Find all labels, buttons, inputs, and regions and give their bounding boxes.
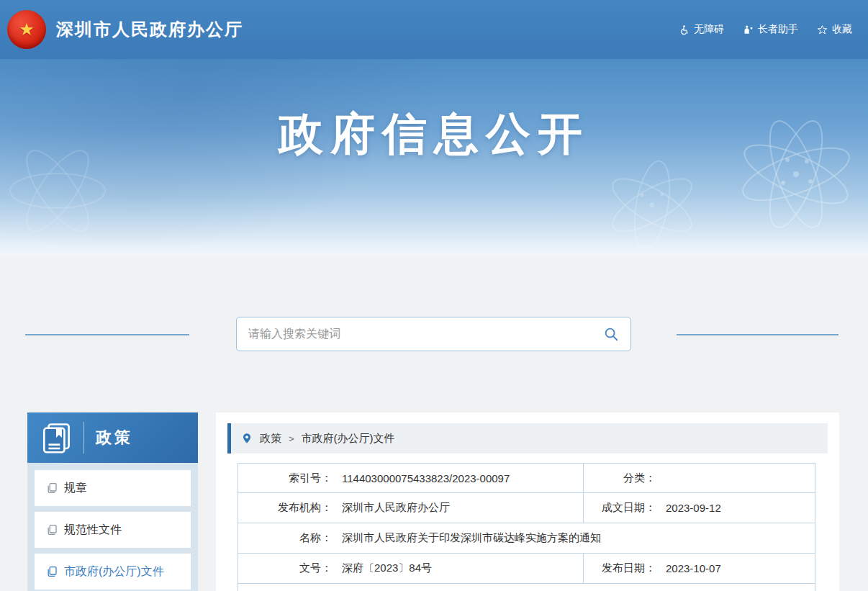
search-icon [603,326,619,342]
main-panel: 政策 > 市政府(办公厅)文件 索引号： 114403000075433823/… [216,412,839,591]
accessibility-label: 无障碍 [694,23,724,36]
sidebar-item-normative-documents[interactable]: 规范性文件 [35,512,191,548]
favorite-link[interactable]: 收藏 [817,23,852,36]
elder-assist-link[interactable]: 长者助手 [743,23,798,36]
meta-label: 分类： [584,472,656,485]
favorite-label: 收藏 [832,23,852,36]
table-row: 文号： 深府〔2023〕84号 发布日期： 2023-10-07 [238,554,815,584]
hero-banner: 政府信息公开 [0,59,868,256]
meta-cell-category: 分类： [584,464,815,492]
meta-value: 114403000075433823/2023-00097 [342,472,510,484]
table-row: 发布机构： 深圳市人民政府办公厅 成文日期： 2023-09-12 [238,493,815,523]
meta-cell-document-number: 文号： 深府〔2023〕84号 [238,554,584,583]
decorative-line-right [677,334,838,335]
meta-label: 发布日期： [584,561,656,575]
decorative-line-left [25,334,189,335]
top-header: ★ 深圳市人民政府办公厅 无障碍 [0,0,868,59]
page-root: ★ 深圳市人民政府办公厅 无障碍 [0,0,868,591]
breadcrumb: 政策 > 市政府(办公厅)文件 [227,423,828,454]
meta-value: 2023-10-07 [666,562,721,574]
elder-assist-icon [743,24,754,35]
sidebar-item-label: 规范性文件 [64,523,122,538]
document-meta-table: 索引号： 114403000075433823/2023-00097 分类： 发… [238,463,815,591]
book-icon [40,422,72,454]
site-title: 深圳市人民政府办公厅 [56,18,243,41]
sidebar-title: 政策 [96,427,133,448]
document-icon [46,482,58,494]
sidebar-items: 规章 规范性文件 市政府(办公厅)文件 [27,463,198,591]
document-icon [46,524,58,536]
meta-cell-partial [238,584,815,591]
breadcrumb-separator: > [289,433,294,444]
meta-cell-issuing-agency: 发布机构： 深圳市人民政府办公厅 [238,493,584,523]
meta-value: 2023-09-12 [666,502,721,514]
accessibility-icon [679,24,690,35]
sidebar-item-regulations[interactable]: 规章 [35,470,191,506]
sidebar-item-municipal-gov-documents[interactable]: 市政府(办公厅)文件 [35,554,191,590]
meta-cell-issue-date: 成文日期： 2023-09-12 [584,493,815,523]
table-row: 索引号： 114403000075433823/2023-00097 分类： [238,463,815,493]
meta-cell-index-number: 索引号： 114403000075433823/2023-00097 [238,464,584,492]
header-links: 无障碍 长者助手 收藏 [679,23,852,36]
page-title: 政府信息公开 [0,104,868,164]
search-box [236,317,631,351]
sidebar-header: 政策 [27,412,198,463]
meta-value: 深府〔2023〕84号 [342,561,432,575]
meta-label: 索引号： [238,472,332,485]
document-icon [46,566,58,577]
meta-label: 成文日期： [584,501,656,515]
sidebar: 政策 规章 规范性文件 [27,412,198,591]
meta-label: 文号： [238,561,332,575]
sidebar-item-label: 规章 [64,481,87,496]
table-row: 名称： 深圳市人民政府关于印发深圳市碳达峰实施方案的通知 [238,523,815,554]
meta-label: 名称： [238,531,332,545]
sidebar-item-label: 市政府(办公厅)文件 [64,564,164,579]
search-input[interactable] [248,328,603,340]
search-button[interactable] [603,326,619,342]
accessibility-link[interactable]: 无障碍 [679,23,724,36]
emblem-star-icon: ★ [19,21,35,38]
breadcrumb-item-current[interactable]: 市政府(办公厅)文件 [302,432,395,446]
meta-cell-publish-date: 发布日期： 2023-10-07 [584,554,815,583]
star-icon [817,24,828,35]
meta-value: 深圳市人民政府关于印发深圳市碳达峰实施方案的通知 [342,531,601,545]
sidebar-header-divider [83,422,84,454]
location-pin-icon [241,433,253,444]
meta-label: 发布机构： [238,501,332,515]
breadcrumb-item-policy[interactable]: 政策 [260,432,281,446]
table-row-partial [238,584,815,591]
brand[interactable]: ★ 深圳市人民政府办公厅 [7,10,243,49]
elder-assist-label: 长者助手 [758,23,798,36]
national-emblem-logo: ★ [7,10,46,49]
meta-cell-document-name: 名称： 深圳市人民政府关于印发深圳市碳达峰实施方案的通知 [238,523,815,553]
meta-value: 深圳市人民政府办公厅 [342,501,450,515]
